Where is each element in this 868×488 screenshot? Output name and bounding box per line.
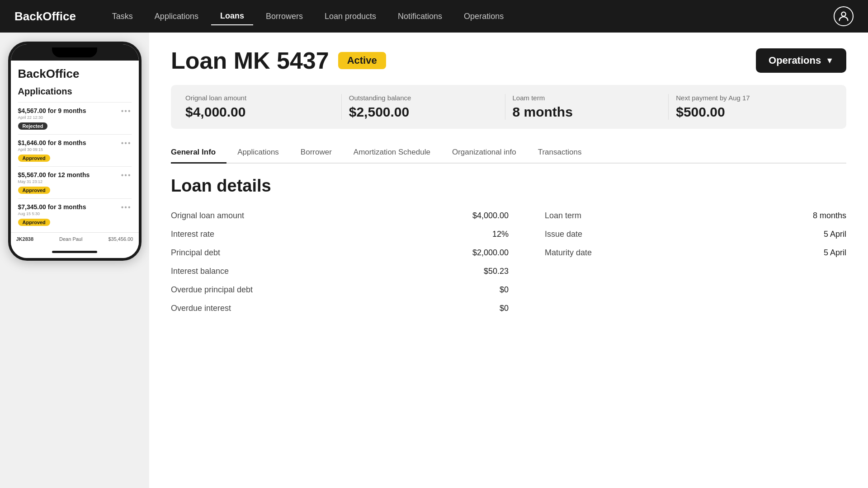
loan-header: Loan MK 5437 Active Operations ▼: [171, 47, 846, 74]
phone-loan-dots-0[interactable]: •••: [121, 107, 132, 115]
details-col-right: Loan term 8 months Issue date 5 April Ma…: [509, 206, 846, 318]
detail-left-label-5: Overdue interest: [171, 304, 231, 313]
phone-loan-item-1[interactable]: ••• $1,646.00 for 8 months April 30 09:1…: [18, 134, 132, 166]
nav-link-tasks[interactable]: Tasks: [103, 8, 142, 25]
content-area: Loan MK 5437 Active Operations ▼ Orignal…: [149, 33, 868, 488]
phone-loan-amount-1: $1,646.00 for 8 months: [18, 139, 132, 146]
phone-loan-dots-1[interactable]: •••: [121, 139, 132, 147]
phone-loan-dots-3[interactable]: •••: [121, 203, 132, 211]
phone-loans-list: ••• $4,567.00 for 9 months April 22 12:3…: [18, 102, 132, 230]
detail-left-row-3: Interest balance $50.23: [171, 262, 509, 281]
operations-btn-label: Operations: [769, 55, 821, 66]
phone-loan-badge-1: Approved: [18, 155, 50, 162]
detail-left-value-4: $0: [500, 285, 509, 295]
detail-left-value-5: $0: [500, 304, 509, 313]
stat-item-1: Outstanding balance $2,500.00: [342, 94, 505, 120]
nav-link-notifications[interactable]: Notifications: [389, 8, 451, 25]
phone-sidebar: BackOffice Applications ••• $4,567.00 fo…: [0, 33, 149, 488]
detail-right-value-1: 5 April: [824, 230, 846, 239]
nav-link-loans[interactable]: Loans: [211, 8, 253, 25]
stat-label-2: Loam term: [513, 94, 661, 102]
detail-right-row-2: Maturity date 5 April: [545, 244, 846, 262]
nav-link-borrowers[interactable]: Borrowers: [257, 8, 312, 25]
loan-title: Loan MK 5437: [171, 47, 329, 74]
phone-loan-badge-3: Approved: [18, 219, 50, 226]
tab-applications[interactable]: Applications: [226, 143, 290, 164]
detail-left-label-0: Orignal loan amount: [171, 211, 244, 221]
stat-value-0: $4,000.00: [185, 104, 334, 120]
navbar: BackOffice TasksApplicationsLoansBorrowe…: [0, 0, 868, 33]
nav-logo[interactable]: BackOffice: [14, 9, 76, 23]
phone-loan-badge-0: Rejected: [18, 122, 48, 130]
phone-loan-item-3[interactable]: ••• $7,345.00 for 3 months Aug 15 5:30 A…: [18, 198, 132, 230]
nav-links: TasksApplicationsLoansBorrowersLoan prod…: [103, 8, 834, 25]
stat-label-0: Orignal loan amount: [185, 94, 334, 102]
phone-content: BackOffice Applications ••• $4,567.00 fo…: [11, 61, 139, 230]
detail-right-label-0: Loan term: [545, 211, 581, 221]
stats-row: Orignal loan amount $4,000.00 Outstandin…: [171, 85, 846, 129]
phone-notch: [52, 47, 97, 57]
detail-right-value-2: 5 April: [824, 248, 846, 258]
phone-loan-amount-2: $5,567.00 for 12 months: [18, 171, 132, 178]
phone-loan-item-0[interactable]: ••• $4,567.00 for 9 months April 22 12:3…: [18, 102, 132, 134]
detail-left-value-2: $2,000.00: [472, 248, 509, 258]
svg-point-0: [841, 12, 845, 16]
stat-value-1: $2,500.00: [349, 104, 498, 120]
nav-link-operations[interactable]: Operations: [455, 8, 513, 25]
nav-link-loan-products[interactable]: Loan products: [316, 8, 385, 25]
detail-left-row-2: Principal debt $2,000.00: [171, 244, 509, 262]
stat-item-3: Next payment by Aug 17 $500.00: [669, 94, 832, 120]
phone-loan-amount-0: $4,567.00 for 9 months: [18, 107, 132, 114]
detail-left-label-4: Overdue principal debt: [171, 285, 253, 295]
operations-button[interactable]: Operations ▼: [756, 48, 846, 73]
phone-home-bar: [11, 245, 139, 258]
detail-left-label-1: Interest rate: [171, 230, 214, 239]
nav-link-applications[interactable]: Applications: [146, 8, 208, 25]
status-badge: Active: [338, 52, 386, 69]
stat-value-3: $500.00: [676, 104, 825, 120]
stat-value-2: 8 months: [513, 104, 661, 120]
detail-right-row-0: Loan term 8 months: [545, 206, 846, 225]
phone-loan-date-1: April 30 09:15: [18, 147, 132, 152]
phone-loan-item-2[interactable]: ••• $5,567.00 for 12 months May 31 23:12…: [18, 166, 132, 198]
phone-loan-badge-2: Approved: [18, 187, 50, 194]
detail-right-row-1: Issue date 5 April: [545, 225, 846, 244]
loan-details-title: Loan details: [171, 176, 846, 196]
detail-left-row-0: Orignal loan amount $4,000.00: [171, 206, 509, 225]
detail-right-label-2: Maturity date: [545, 248, 592, 258]
detail-left-row-4: Overdue principal debt $0: [171, 281, 509, 299]
details-col-left: Orignal loan amount $4,000.00 Interest r…: [171, 206, 509, 318]
stat-label-3: Next payment by Aug 17: [676, 94, 825, 102]
detail-left-value-1: 12%: [492, 230, 509, 239]
detail-left-label-3: Interest balance: [171, 267, 229, 276]
detail-right-label-1: Issue date: [545, 230, 582, 239]
phone-bottom-id: JK2838: [16, 236, 34, 242]
detail-right-value-0: 8 months: [813, 211, 846, 221]
phone-notch-bar: [11, 44, 139, 61]
main-layout: BackOffice Applications ••• $4,567.00 fo…: [0, 33, 868, 488]
phone-bottom-amount: $35,456.00: [108, 236, 133, 242]
tab-general-info[interactable]: General Info: [171, 143, 226, 164]
stat-item-2: Loam term 8 months: [505, 94, 669, 120]
phone-loan-dots-2[interactable]: •••: [121, 171, 132, 179]
phone-loan-date-2: May 31 23:12: [18, 179, 132, 184]
phone-loan-date-0: April 22 12:30: [18, 115, 132, 120]
loan-title-group: Loan MK 5437 Active: [171, 47, 386, 74]
tab-transactions[interactable]: Transactions: [527, 143, 593, 164]
phone-bottom-bar: JK2838 Dean Paul $35,456.00: [11, 232, 139, 245]
stat-label-1: Outstanding balance: [349, 94, 498, 102]
tab-borrower[interactable]: Borrower: [290, 143, 343, 164]
phone-home-indicator: [52, 251, 97, 253]
stat-item-0: Orignal loan amount $4,000.00: [185, 94, 342, 120]
phone-frame: BackOffice Applications ••• $4,567.00 fo…: [8, 42, 142, 261]
phone-loan-amount-3: $7,345.00 for 3 months: [18, 203, 132, 211]
details-grid: Orignal loan amount $4,000.00 Interest r…: [171, 206, 846, 318]
chevron-down-icon: ▼: [826, 56, 834, 66]
user-avatar[interactable]: [834, 6, 854, 26]
detail-left-row-5: Overdue interest $0: [171, 299, 509, 318]
phone-bottom-name: Dean Paul: [59, 236, 82, 242]
tabs-row: General InfoApplicationsBorrowerAmortiza…: [171, 143, 846, 164]
tab-organizational-info[interactable]: Organizational info: [441, 143, 527, 164]
tab-amortization-schedule[interactable]: Amortization Schedule: [343, 143, 441, 164]
detail-left-value-3: $50.23: [484, 267, 509, 276]
